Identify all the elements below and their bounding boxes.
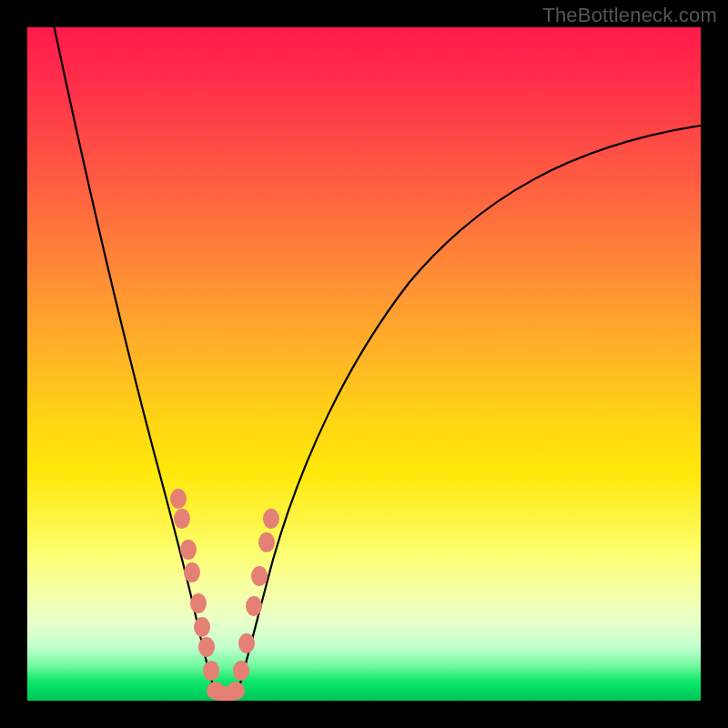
highlight-dot-left <box>180 540 197 560</box>
highlight-dot-left <box>170 489 187 509</box>
chart-frame: TheBottleneck.com <box>0 0 728 728</box>
left-curve <box>55 27 217 695</box>
highlight-dot-left <box>194 617 210 637</box>
watermark-text: TheBottleneck.com <box>542 4 717 27</box>
highlight-dot-right <box>258 532 275 552</box>
highlight-dot-right <box>233 661 249 681</box>
plot-area <box>27 27 701 701</box>
highlight-dot-left <box>198 637 215 657</box>
highlight-dot-left <box>203 661 219 681</box>
highlight-dot-right <box>238 633 255 653</box>
highlight-dot-right <box>263 509 279 529</box>
right-curve <box>237 126 701 695</box>
highlight-dot-left <box>184 562 200 582</box>
vertex-dot <box>227 682 245 700</box>
highlight-dot-left <box>174 509 190 529</box>
highlight-dot-right <box>251 566 268 586</box>
highlight-dot-right <box>246 596 262 616</box>
chart-svg <box>27 27 701 701</box>
highlight-dot-left <box>190 593 207 613</box>
